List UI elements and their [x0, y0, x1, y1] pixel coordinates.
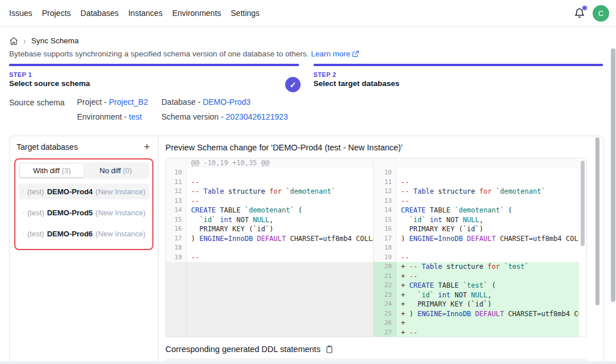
- tab-no-diff[interactable]: No diff (0): [84, 164, 148, 177]
- source-project-field: Project - Project_B2: [77, 97, 161, 107]
- schema-diff-viewer: @@ -10,19 +10,35 @@ 1011--12-- Table str…: [165, 158, 587, 337]
- step-completed-check-icon: ✓: [285, 77, 301, 92]
- list-item-demo-prod4[interactable]: (test) DEMO-Prod4 (New Instance): [18, 183, 149, 199]
- diff-line: 27+ --: [374, 328, 579, 337]
- db-env: (test): [27, 230, 44, 238]
- diff-pane-original: @@ -10,19 +10,35 @@ 1011--12-- Table str…: [166, 158, 373, 337]
- diff-line: 14CREATE TABLE `demotenant` (: [166, 206, 373, 215]
- diff-line: 24+ PRIMARY KEY (`id`): [374, 300, 579, 309]
- learn-more-label: Learn more: [311, 50, 350, 58]
- diff-line: 13--: [374, 197, 579, 206]
- page-vertical-scrollbar[interactable]: [611, 48, 615, 302]
- nav-menu: Issues Projects Databases Instances Envi…: [9, 9, 260, 18]
- sync-schema-main-panel: Target databases + With diff (3) No diff…: [9, 136, 604, 364]
- nav-item-instances[interactable]: Instances: [128, 9, 163, 18]
- db-name: DEMO-Prod5: [47, 208, 92, 217]
- user-avatar[interactable]: C: [593, 5, 609, 22]
- target-databases-highlight-box: With diff (3) No diff (0) (test) DEMO-Pr…: [14, 158, 153, 250]
- diff-line: 26+: [374, 318, 579, 328]
- list-item-demo-prod5[interactable]: (test) DEMO-Prod5 (New Instance): [18, 205, 149, 220]
- breadcrumb: › Sync Schema: [9, 35, 607, 47]
- source-environment-field: Environment - test: [77, 112, 161, 121]
- diff-line: 19--: [374, 253, 579, 263]
- schema-version-link[interactable]: 20230426121923: [226, 112, 288, 121]
- tab-no-diff-count: (0): [123, 166, 132, 175]
- diff-line: 13--: [166, 197, 373, 206]
- diff-line: 16 PRIMARY KEY (`id`): [374, 224, 579, 234]
- tab-with-diff-count: (3): [62, 166, 71, 175]
- nav-item-projects[interactable]: Projects: [42, 9, 71, 18]
- step-2-label: STEP 2: [314, 71, 603, 78]
- db-suffix: (New Instance): [96, 208, 145, 217]
- mysql-dolphin-icon: [22, 209, 25, 216]
- diff-vertical-scrollbar[interactable]: [581, 161, 585, 246]
- database-label: Database -: [161, 97, 202, 107]
- diff-line: 20+ -- Table structure for `test`: [374, 262, 579, 272]
- db-env: (test): [27, 208, 44, 217]
- intro-text: Bytebase supports synchronizing a specif…: [9, 50, 607, 58]
- diff-hunk-header: @@ -10,19 +10,35 @@: [187, 158, 373, 168]
- step-1: STEP 1 Select source schema: [9, 64, 299, 88]
- db-env: (test): [27, 187, 44, 196]
- db-suffix: (New Instance): [96, 187, 145, 196]
- source-schema-summary: Source schema Project - Project_B2 Datab…: [9, 97, 607, 121]
- external-link-icon: [352, 50, 359, 58]
- top-navigation-bar: Issues Projects Databases Instances Envi…: [0, 0, 616, 27]
- learn-more-link[interactable]: Learn more: [311, 50, 359, 58]
- schema-preview-panel: Preview Schema change for 'DEMO-Prod4 (t…: [159, 136, 603, 364]
- diff-line: 25+ ) ENGINE=InnoDB DEFAULT CHARSET=utf8…: [374, 309, 579, 319]
- diff-line: 17) ENGINE=InnoDB DEFAULT CHARSET=utf8mb…: [374, 234, 579, 244]
- project-link[interactable]: Project_B2: [109, 97, 148, 107]
- breadcrumb-chevron-icon: ›: [23, 36, 26, 46]
- db-suffix: (New Instance): [96, 230, 145, 238]
- source-database-field: Database - DEMO-Prod3: [161, 97, 288, 107]
- nav-item-environments[interactable]: Environments: [172, 9, 221, 18]
- step-1-title: Select source schema: [9, 79, 299, 88]
- source-schema-heading: Source schema: [9, 97, 77, 121]
- step-2-title: Select target databases: [314, 79, 603, 88]
- diff-line: 18: [166, 243, 373, 253]
- step-2-progress-bar: [314, 64, 603, 66]
- home-icon[interactable]: [9, 36, 18, 46]
- diff-line: 21+ --: [374, 272, 579, 281]
- copy-icon[interactable]: [325, 345, 334, 354]
- diff-line: 17) ENGINE=InnoDB DEFAULT CHARSET=utf8mb…: [166, 234, 373, 244]
- step-1-progress-bar: [9, 64, 299, 66]
- step-2: STEP 2 Select target databases: [314, 64, 603, 88]
- breadcrumb-page-title: Sync Schema: [31, 36, 79, 45]
- diff-line: 15 `id` int NOT NULL,: [374, 215, 579, 225]
- tab-with-diff-label: With diff: [33, 166, 62, 175]
- panel-vertical-scrollbar[interactable]: [595, 137, 599, 305]
- diff-line: 10: [166, 168, 373, 178]
- intro-description: Bytebase supports synchronizing a specif…: [9, 50, 309, 58]
- diff-empty-filler: [166, 262, 373, 337]
- source-schema-version-field: Schema version - 20230426121923: [161, 112, 288, 121]
- diff-line: 12-- Table structure for `demotenant`: [374, 187, 579, 197]
- environment-label: Environment -: [77, 112, 129, 121]
- diff-pane-modified: 1011--12-- Table structure for `demotena…: [373, 158, 579, 337]
- diff-line: 19--: [166, 253, 373, 263]
- diff-line: 14CREATE TABLE `demotenant` (: [374, 206, 579, 215]
- database-link[interactable]: DEMO-Prod3: [202, 97, 250, 107]
- target-databases-panel: Target databases + With diff (3) No diff…: [10, 136, 159, 364]
- notification-bell-icon[interactable]: [574, 7, 585, 19]
- notification-dot: [582, 6, 587, 10]
- nav-item-settings[interactable]: Settings: [231, 9, 260, 18]
- diff-line: 15 `id` int NOT NULL,: [166, 215, 373, 225]
- list-item-demo-prod6[interactable]: (test) DEMO-Prod6 (New Instance): [18, 226, 149, 242]
- add-target-database-button[interactable]: +: [144, 142, 150, 152]
- horizontal-scrollbar[interactable]: [0, 361, 616, 364]
- ddl-statements-heading: Corresponding generated DDL statements: [165, 345, 321, 354]
- db-name: DEMO-Prod4: [47, 187, 92, 196]
- tab-with-diff[interactable]: With diff (3): [20, 164, 84, 177]
- mysql-dolphin-icon: [22, 230, 25, 238]
- environment-link[interactable]: test: [129, 112, 142, 121]
- diff-line: 22+ CREATE TABLE `test` (: [374, 281, 579, 291]
- nav-item-databases[interactable]: Databases: [80, 9, 119, 18]
- diff-line: 12-- Table structure for `demotenant`: [166, 187, 373, 197]
- target-database-list: (test) DEMO-Prod4 (New Instance) (test) …: [18, 183, 149, 242]
- diff-filter-tabs: With diff (3) No diff (0): [18, 162, 149, 179]
- step-1-label: STEP 1: [9, 71, 299, 78]
- nav-item-issues[interactable]: Issues: [9, 9, 32, 18]
- preview-title: Preview Schema change for 'DEMO-Prod4 (t…: [165, 143, 603, 152]
